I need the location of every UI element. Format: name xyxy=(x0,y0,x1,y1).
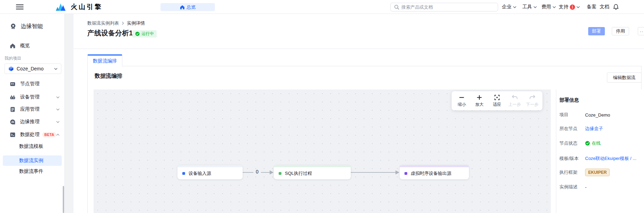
edge-inference-icon xyxy=(10,119,16,125)
node-type-bullet xyxy=(279,172,281,175)
dataflow-canvas[interactable]: 缩小 放大 适应 xyxy=(94,90,551,213)
search-box[interactable] xyxy=(390,3,498,11)
content-sheet: 数据流实例列表 实例详情 产线设备分析1 运行中 部署 停用 ··· 数据流编排… xyxy=(73,14,644,213)
project-value: Coze_Demo xyxy=(585,112,610,118)
check-circle-icon xyxy=(135,32,140,36)
home-icon xyxy=(180,5,185,10)
status-text: 运行中 xyxy=(141,31,154,37)
edit-dataflow-button[interactable]: 编辑数据流 xyxy=(607,73,642,83)
sidebar-item-app-management[interactable]: 应用管理 xyxy=(0,104,64,115)
main-area: 数据流实例列表 实例详情 产线设备分析1 运行中 部署 停用 ··· 数据流编排… xyxy=(65,14,644,213)
nav-billing[interactable]: 费用 xyxy=(541,0,556,14)
deploy-info-row-framework: 执行框架 EKUIPER xyxy=(559,168,640,177)
fit-view-icon xyxy=(494,94,501,101)
chevron-up-icon xyxy=(56,134,60,136)
sidebar-item-data-processing[interactable]: 数据处理 BETA xyxy=(0,129,64,140)
edge-arrowhead-icon xyxy=(395,170,399,174)
sidebar-item-overview[interactable]: 概览 xyxy=(0,40,64,51)
node-header-strip xyxy=(177,165,243,167)
volcengine-logo[interactable]: 火山引擎 xyxy=(55,0,103,14)
deploy-info-row-node: 所在节点 边缘盒子 xyxy=(559,125,640,133)
nav-support[interactable]: 支持 1 xyxy=(559,0,580,14)
chevron-down-icon xyxy=(56,108,60,111)
overview-tab[interactable]: 总览 xyxy=(160,3,215,11)
sidebar: 边缘智能 概览 我的项目 Coze_Demo 节点管理 xyxy=(0,14,65,213)
edge-line xyxy=(243,172,253,173)
tab-dataflow-orchestration[interactable]: 数据流编排 xyxy=(87,54,122,66)
logo-text: 火山引擎 xyxy=(71,2,103,11)
deploy-info-row-template: 模板/版本 Coze联动Ekuiper模板 / ... xyxy=(559,155,640,162)
instance-description-value: - xyxy=(585,185,586,190)
chevron-down-icon xyxy=(56,96,60,99)
zoom-out-button[interactable]: 缩小 xyxy=(453,93,471,109)
chevron-right-icon xyxy=(122,22,124,25)
topbar: 火山引擎 总览 企业 工具 费用 支持 xyxy=(0,0,644,14)
template-version-link[interactable]: Coze联动Ekuiper模板 / ... xyxy=(585,155,636,162)
chevron-down-icon xyxy=(56,121,60,123)
overview-tab-label: 总览 xyxy=(187,4,196,10)
ekuiper-badge: EKUIPER xyxy=(585,169,610,176)
chevron-down-icon xyxy=(533,6,537,8)
my-projects-label: 我的项目 xyxy=(5,56,21,61)
sidebar-item-node-management[interactable]: 节点管理 xyxy=(0,78,64,90)
nav-enterprise[interactable]: 企业 xyxy=(502,0,516,14)
nav-icp-filing[interactable]: 备案 xyxy=(587,0,597,14)
node-status-value: 在线 xyxy=(585,140,601,146)
node-management-icon xyxy=(10,81,16,87)
more-actions-button[interactable]: ··· xyxy=(638,27,644,35)
status-badge: 运行中 xyxy=(132,30,157,37)
node-virtual-timeseries-output[interactable]: 虚拟时序设备输出源 xyxy=(400,165,469,179)
project-select-value: Coze_Demo xyxy=(17,66,51,71)
node-type-bullet xyxy=(404,172,407,175)
deploy-button[interactable]: 部署 xyxy=(588,27,605,35)
sidebar-scrollbar[interactable] xyxy=(63,186,64,213)
edge-label: 0 xyxy=(253,169,261,174)
breadcrumb-current: 实例详情 xyxy=(127,20,145,26)
redo-icon xyxy=(529,94,536,101)
plus-icon xyxy=(476,94,483,101)
nav-docs[interactable]: 文档 xyxy=(600,0,609,14)
check-circle-icon xyxy=(585,141,590,146)
node-type-bullet xyxy=(182,172,185,175)
device-management-icon xyxy=(10,94,16,100)
hamburger-menu-icon[interactable] xyxy=(16,5,24,9)
nav-tools[interactable]: 工具 xyxy=(522,0,537,14)
minus-icon xyxy=(458,94,465,101)
sidebar-item-dataflow-events[interactable]: 数据流事件 xyxy=(0,166,64,177)
deploy-info-row-description: 实例描述 - xyxy=(559,183,640,191)
node-link[interactable]: 边缘盒子 xyxy=(585,126,603,132)
sidebar-item-dataflow-instances[interactable]: 数据流实例 xyxy=(3,155,62,166)
node-header-strip xyxy=(274,165,351,167)
sidebar-item-device-management[interactable]: 设备管理 xyxy=(0,92,64,103)
node-sql-process[interactable]: SQL执行过程 xyxy=(274,165,351,179)
edge-arrowhead-icon xyxy=(270,170,273,174)
search-input[interactable] xyxy=(401,5,494,10)
fit-view-button[interactable]: 适应 xyxy=(488,93,506,109)
volcengine-logo-icon xyxy=(55,2,68,11)
edge-line xyxy=(261,172,270,173)
project-cube-icon xyxy=(8,66,14,71)
sidebar-product-title: 边缘智能 xyxy=(0,21,64,32)
page-title: 产线设备分析1 xyxy=(87,28,133,38)
disable-button[interactable]: 停用 xyxy=(612,27,629,35)
section-title: 数据流编排 xyxy=(95,73,122,80)
sidebar-item-edge-inference[interactable]: 边缘推理 xyxy=(0,116,64,127)
notification-bell-icon[interactable] xyxy=(613,4,619,10)
home-icon xyxy=(10,43,16,49)
sidebar-item-dataflow-templates[interactable]: 数据流模板 xyxy=(0,141,64,152)
breadcrumb-instances-link[interactable]: 数据流实例列表 xyxy=(87,20,119,26)
zoom-in-button[interactable]: 放大 xyxy=(471,93,488,109)
redo-button[interactable]: 下一步 xyxy=(523,93,541,109)
node-device-input-source[interactable]: 设备输入源 xyxy=(177,165,243,179)
edge-line xyxy=(351,172,395,173)
edge-intelligence-console: 火山引擎 总览 企业 工具 费用 支持 xyxy=(0,0,644,213)
project-select[interactable]: Coze_Demo xyxy=(5,63,61,74)
edge-intelligence-icon xyxy=(10,23,17,30)
breadcrumb: 数据流实例列表 实例详情 xyxy=(87,20,145,26)
deploy-info-panel: 部署信息 项目 Coze_Demo 所在节点 边缘盒子 节点状态 xyxy=(556,90,642,213)
search-icon xyxy=(394,5,399,10)
node-header-strip xyxy=(400,165,469,167)
undo-icon xyxy=(511,94,518,101)
undo-button[interactable]: 上一步 xyxy=(506,93,523,109)
chevron-down-icon xyxy=(54,68,58,70)
